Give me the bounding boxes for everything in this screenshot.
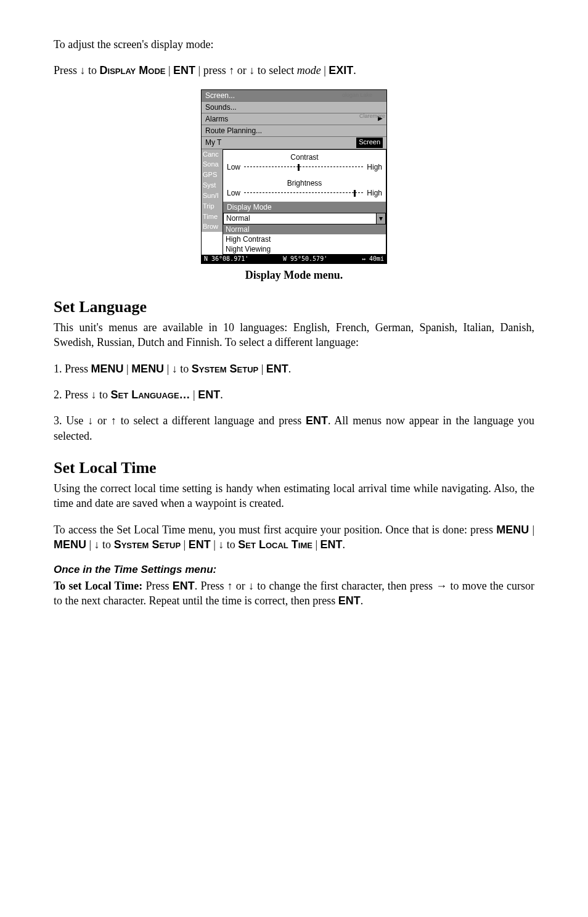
- figure-caption: Display Mode menu.: [54, 268, 534, 282]
- sidebar-item: GPS: [202, 170, 223, 180]
- sidebar-item: Sona: [202, 159, 223, 170]
- set-local-time-key: Set Local Time: [238, 538, 312, 551]
- separator: |: [529, 524, 534, 536]
- menu-item-label: Route Planning...: [205, 126, 262, 136]
- ent-key: ENT: [321, 538, 343, 551]
- display-mode-select[interactable]: Normal ▾: [223, 213, 386, 224]
- mode-italic: mode: [297, 64, 321, 76]
- set-local-time-access: To access the Set Local Time menu, you m…: [54, 522, 534, 553]
- text: 3. Use: [54, 414, 88, 427]
- option-high-contrast[interactable]: High Contrast: [223, 234, 386, 244]
- text: To access the Set Local Time menu, you m…: [54, 524, 496, 536]
- separator: |: [165, 64, 173, 76]
- ent-key: ENT: [306, 414, 328, 427]
- display-mode-key: Display Mode: [100, 64, 166, 76]
- down-arrow-icon: ↓: [80, 64, 86, 76]
- sidebar-item: Brow: [202, 221, 223, 232]
- menu-key: MENU: [496, 524, 529, 536]
- down-arrow-icon: ↓: [218, 538, 224, 551]
- menu-item-screen[interactable]: Screen...: [202, 90, 386, 102]
- separator: |: [124, 363, 132, 375]
- ent-key: ENT: [189, 538, 211, 551]
- text: to select: [255, 64, 296, 76]
- text: | press: [195, 64, 229, 76]
- menu-item-my-t[interactable]: My T Screen: [202, 137, 386, 149]
- brightness-section: Brightness Low High: [223, 176, 386, 202]
- set-language-key: Set Language…: [111, 389, 190, 401]
- text: Press: [142, 580, 172, 592]
- text: or: [93, 414, 111, 427]
- up-arrow-icon: ↑: [229, 64, 234, 76]
- display-mode-value: Normal: [224, 213, 376, 223]
- instruction-1: Press ↓ to Display Mode | ENT | press ↑ …: [54, 63, 534, 78]
- option-night-viewing[interactable]: Night Viewing: [223, 244, 386, 254]
- submenu-arrow-icon: ▶: [378, 114, 383, 124]
- menu-item-label: My T: [205, 138, 221, 147]
- low-label: Low: [227, 188, 240, 198]
- step-3: 3. Use ↓ or ↑ to select a different lang…: [54, 413, 534, 443]
- text: to: [86, 64, 100, 76]
- ent-key: ENT: [173, 580, 195, 592]
- text: to: [97, 389, 111, 401]
- device-screenshot: ologan Lake Claremore Screen... Sounds..…: [201, 89, 387, 264]
- separator: |: [190, 389, 198, 401]
- brightness-slider[interactable]: [244, 192, 363, 194]
- screen-panel: Contrast Low High Brightness Low High: [223, 149, 386, 255]
- text: .: [361, 594, 364, 607]
- heading-set-local-time: Set Local Time: [54, 457, 534, 479]
- text: to: [224, 538, 238, 551]
- text: . Press: [195, 580, 227, 592]
- text: to change the first character, then pres…: [254, 580, 436, 592]
- ent-key: ENT: [266, 363, 288, 375]
- menu-item-alarms[interactable]: Alarms▶: [202, 113, 386, 125]
- down-arrow-icon: ↓: [91, 389, 97, 401]
- separator: |: [211, 538, 219, 551]
- down-arrow-icon: ↓: [94, 538, 100, 551]
- menu-key: MENU: [91, 363, 124, 375]
- set-local-time-intro: Using the correct local time setting is …: [54, 481, 534, 511]
- right-arrow-icon: →: [436, 580, 447, 592]
- contrast-section: Contrast Low High: [223, 150, 386, 176]
- brightness-label: Brightness: [227, 178, 382, 188]
- system-setup-key: System Setup: [114, 538, 181, 551]
- status-lon: W 95°50.579': [283, 255, 327, 263]
- display-mode-header: Display Mode: [223, 202, 386, 213]
- contrast-slider[interactable]: [244, 167, 363, 168]
- separator: |: [312, 538, 321, 551]
- ent-key: ENT: [198, 389, 220, 401]
- set-local-time-instruction: To set Local Time: Press ENT. Press ↑ or…: [54, 578, 534, 609]
- text: .: [343, 538, 346, 551]
- up-arrow-icon: ↑: [227, 580, 233, 592]
- down-arrow-icon: ↓: [172, 363, 178, 375]
- down-arrow-icon: ↓: [88, 414, 93, 427]
- text: .: [220, 389, 223, 401]
- menu-item-route-planning[interactable]: Route Planning...: [202, 125, 386, 137]
- dropdown-arrow-icon[interactable]: ▾: [376, 213, 385, 223]
- status-bar: N 36°08.971' W 95°50.579' ↔ 40mi: [202, 255, 386, 263]
- text: to: [178, 363, 192, 375]
- text: or: [233, 580, 248, 592]
- truncated-sidebar: Canc Sona GPS Syst Sun/I Trip Time Brow: [202, 149, 223, 232]
- text: .: [288, 363, 292, 375]
- text: Press: [54, 64, 80, 76]
- time-settings-subhead: Once in the Time Settings menu:: [54, 563, 534, 577]
- system-setup-key: System Setup: [192, 363, 258, 375]
- menu-key: MENU: [54, 538, 86, 551]
- menu-item-label: Alarms: [205, 114, 228, 124]
- text: to: [100, 538, 114, 551]
- high-label: High: [367, 162, 382, 172]
- menu-item-label: Sounds...: [205, 102, 237, 112]
- menu-key: MENU: [131, 363, 164, 375]
- sidebar-item: Trip: [202, 201, 223, 212]
- text: 2. Press: [54, 389, 91, 401]
- down-arrow-icon: ↓: [249, 64, 255, 76]
- contrast-label: Contrast: [227, 152, 382, 162]
- menu-item-sounds[interactable]: Sounds...: [202, 102, 386, 113]
- intro-text: To adjust the screen's display mode:: [54, 37, 534, 52]
- option-normal[interactable]: Normal: [223, 224, 386, 234]
- up-arrow-icon: ↑: [111, 414, 116, 427]
- bold-lead: To set Local Time:: [54, 580, 142, 592]
- status-scale: ↔ 40mi: [362, 255, 384, 263]
- separator: |: [86, 538, 94, 551]
- ent-key: ENT: [173, 64, 195, 76]
